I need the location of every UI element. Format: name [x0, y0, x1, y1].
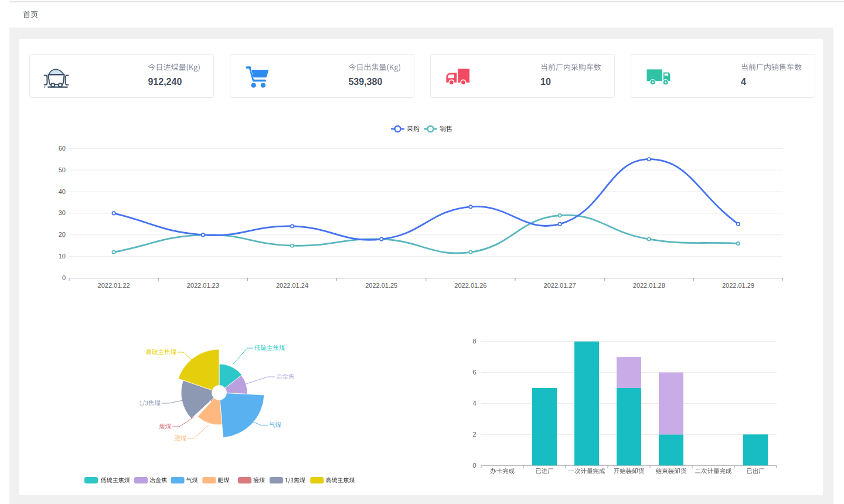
svg-text:50: 50	[59, 166, 66, 173]
svg-text:30: 30	[59, 209, 66, 216]
svg-text:4: 4	[472, 400, 476, 407]
svg-text:2022.01.27: 2022.01.27	[544, 282, 576, 289]
svg-text:0: 0	[62, 274, 66, 281]
svg-text:10: 10	[540, 77, 551, 87]
svg-text:0: 0	[472, 462, 476, 469]
svg-text:2: 2	[472, 431, 476, 438]
svg-text:4: 4	[741, 77, 746, 87]
svg-text:40: 40	[59, 188, 66, 195]
svg-text:2022.01.29: 2022.01.29	[722, 282, 754, 289]
svg-text:2022.01.28: 2022.01.28	[633, 282, 665, 289]
svg-text:2022.01.22: 2022.01.22	[98, 282, 130, 289]
svg-text:20: 20	[59, 231, 66, 238]
svg-text:8: 8	[472, 338, 476, 345]
svg-text:2022.01.23: 2022.01.23	[187, 282, 219, 289]
svg-text:912,240: 912,240	[148, 77, 182, 87]
svg-text:6: 6	[472, 369, 476, 376]
svg-text:60: 60	[59, 145, 66, 152]
svg-text:10: 10	[59, 253, 66, 260]
svg-text:539,380: 539,380	[348, 77, 382, 87]
svg-text:2022.01.25: 2022.01.25	[365, 282, 397, 289]
svg-text:2022.01.24: 2022.01.24	[276, 282, 308, 289]
svg-text:2022.01.26: 2022.01.26	[454, 282, 486, 289]
